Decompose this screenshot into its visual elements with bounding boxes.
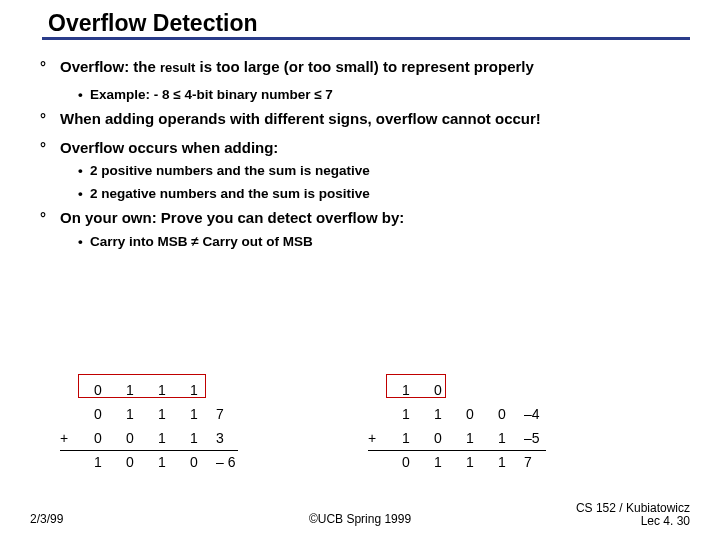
bit: 1 [454,450,486,474]
slide-title: Overflow Detection [48,10,720,39]
bullet-2neg: 2 negative numbers and the sum is positi… [40,186,680,201]
carry-bit: 1 [390,378,422,402]
plus-op: + [368,426,390,450]
bit: 1 [390,426,422,450]
operand-a-row: 1 1 0 0 –4 [368,402,546,426]
footer-line1: CS 152 / Kubiatowicz [576,501,690,515]
carry-bit: 0 [82,378,114,402]
bit: 1 [146,450,178,474]
text-result: result [160,60,195,75]
bit: 0 [486,402,518,426]
operand-b-row: + 1 0 1 1 –5 [368,426,546,450]
bullet-diff-signs: When adding operands with different sign… [40,110,680,129]
decimal-value: –4 [518,402,546,426]
decimal-value: – 6 [210,450,238,474]
bit: 1 [114,402,146,426]
decimal-value: 7 [210,402,238,426]
bit: 0 [114,450,146,474]
footer-line2: Lec 4. 30 [641,514,690,528]
operand-b-row: + 0 0 1 1 3 [60,426,238,450]
sum-row: 1 0 1 0 – 6 [60,450,238,474]
text: Overflow: the [60,58,160,75]
bit: 1 [178,426,210,450]
carry-bit: 1 [114,378,146,402]
bit: 1 [390,402,422,426]
decimal-value: –5 [518,426,546,450]
bit: 1 [146,426,178,450]
bit: 0 [390,450,422,474]
bit: 0 [178,450,210,474]
decimal-value: 3 [210,426,238,450]
footer-course: CS 152 / Kubiatowicz Lec 4. 30 [576,502,690,528]
carry-bit: 0 [422,378,454,402]
examples-area: 0 1 1 1 0 1 1 1 7 + 0 0 1 1 3 [60,378,680,474]
bit: 1 [82,450,114,474]
bit: 1 [454,426,486,450]
carry-bit: 1 [178,378,210,402]
sum-row: 0 1 1 1 7 [368,450,546,474]
bullet-carry-ne: Carry into MSB ≠ Carry out of MSB [40,234,680,249]
bit: 0 [82,426,114,450]
text: is too large (or too small) to represent… [195,58,533,75]
operand-a-row: 0 1 1 1 7 [60,402,238,426]
bit: 1 [486,450,518,474]
bullet-example: Example: - 8 ≤ 4-bit binary number ≤ 7 [40,87,680,102]
decimal-value: 7 [518,450,546,474]
bit: 0 [422,426,454,450]
bullet-occurs: Overflow occurs when adding: [40,139,680,158]
example-1: 0 1 1 1 0 1 1 1 7 + 0 0 1 1 3 [60,378,238,474]
calc-table-1: 0 1 1 1 0 1 1 1 7 + 0 0 1 1 3 [60,378,238,474]
bit: 1 [486,426,518,450]
bit: 0 [454,402,486,426]
bullet-2pos: 2 positive numbers and the sum is negati… [40,163,680,178]
carry-row: 1 0 [368,378,546,402]
plus-op: + [60,426,82,450]
calc-table-2: 1 0 1 1 0 0 –4 + 1 0 1 1 –5 [368,378,546,474]
bullet-prove: On your own: Prove you can detect overfl… [40,209,680,228]
bit: 0 [114,426,146,450]
bit: 1 [422,402,454,426]
bit: 1 [178,402,210,426]
carry-row: 0 1 1 1 [60,378,238,402]
carry-bit: 1 [146,378,178,402]
bit: 1 [422,450,454,474]
bullet-overflow-def: Overflow: the result is too large (or to… [40,58,680,77]
bit: 1 [146,402,178,426]
content-area: Overflow: the result is too large (or to… [0,40,720,249]
bit: 0 [82,402,114,426]
example-2: 1 0 1 1 0 0 –4 + 1 0 1 1 –5 [368,378,546,474]
